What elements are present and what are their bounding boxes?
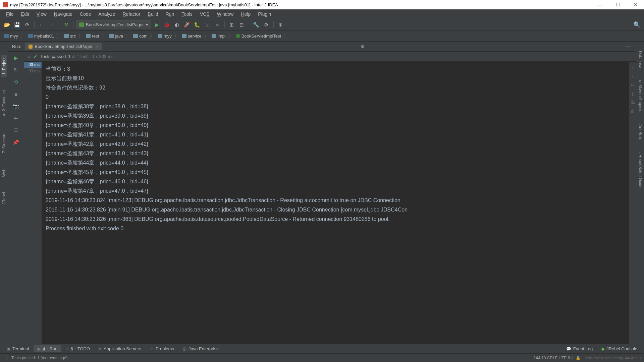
pin-icon[interactable]: 📌 <box>11 139 21 146</box>
tab-database[interactable]: Database <box>637 48 643 71</box>
breadcrumb-item[interactable]: BookServletImplTest <box>234 34 283 39</box>
tab-jrebel[interactable]: JRebel <box>1 189 7 207</box>
breadcrumb-item[interactable]: impl <box>210 34 227 39</box>
console-scroll-gutter: ↑ ↓ ↩ ⤓ 🖶 🗑 <box>629 62 636 344</box>
hide-icon[interactable]: — <box>624 44 632 49</box>
print-icon[interactable]: 🖶 <box>630 100 635 105</box>
breadcrumb-item[interactable]: test <box>85 34 100 39</box>
tab-java-enterprise[interactable]: ◫Java Enterprise <box>179 345 223 352</box>
toggle-auto-icon[interactable]: ⟲ <box>11 78 21 86</box>
run-label: Run: <box>12 44 21 49</box>
layout-icon[interactable]: ☰ <box>11 127 21 134</box>
close-tab-icon[interactable]: × <box>96 44 99 49</box>
console-line: 0 <box>46 93 625 102</box>
menu-refactor[interactable]: Refactor <box>119 11 144 17</box>
close-button[interactable]: ✕ <box>630 2 641 8</box>
warning-icon: ⚠ <box>150 347 154 351</box>
breadcrumb-item[interactable]: com <box>132 34 149 39</box>
menu-vcs[interactable]: VCS <box>197 11 213 17</box>
menu-build[interactable]: Build <box>144 11 161 17</box>
console-output[interactable]: 当前页：3显示当前数量10符合条件的总记录数：920{bname=圣墟第38章，… <box>42 62 629 344</box>
layout2-icon[interactable]: ⊟ <box>237 20 246 29</box>
minimize-button[interactable]: — <box>594 2 606 8</box>
rerun-failed-icon[interactable]: ↻ <box>11 66 21 74</box>
run-config-selector[interactable]: BookServletImplTest.listPager ▾ <box>76 20 151 29</box>
breadcrumb-item[interactable]: src <box>63 34 77 39</box>
menu-edit[interactable]: Edit <box>18 11 33 17</box>
stop-btn-icon[interactable]: ■ <box>11 90 21 98</box>
exit-icon[interactable]: ⇤ <box>11 115 21 122</box>
tab-event-log[interactable]: 💬Event Log <box>562 345 597 352</box>
debug-icon[interactable]: 🐞 <box>163 20 171 29</box>
menu-analyze[interactable]: Analyze <box>95 11 119 17</box>
run-icon[interactable]: ▶ <box>153 20 161 29</box>
menu-plugin[interactable]: Plugin <box>255 11 274 17</box>
gear-icon[interactable]: ⚙ <box>359 44 367 49</box>
left-tool-strip: 1: Project ★ 2: Favorites 7: Structure W… <box>0 42 8 344</box>
tab-terminal[interactable]: ▣Terminal <box>3 345 33 352</box>
open-icon[interactable]: 📂 <box>3 20 11 29</box>
run-side-toolbar: ▶ ↻ ⟲ ■ 📷 ⇤ ☰ 📌 <box>8 52 24 344</box>
menu-code[interactable]: Code <box>76 11 94 17</box>
console-line: Process finished with exit code 0 <box>46 224 625 233</box>
tab-run[interactable]: ▶4: Run <box>34 345 61 352</box>
rerun-icon[interactable]: ▶ <box>11 54 21 62</box>
folder-icon <box>86 34 91 38</box>
menu-file[interactable]: File <box>3 11 17 17</box>
menu-tools[interactable]: Tools <box>178 11 196 17</box>
breadcrumb-item[interactable]: myy <box>156 34 173 39</box>
wrench-icon[interactable]: 🔧 <box>252 20 261 29</box>
status-icon[interactable] <box>3 356 7 360</box>
tab-app-servers[interactable]: ⧉Application Servers <box>95 345 145 352</box>
menu-help[interactable]: Help <box>237 11 254 17</box>
tab-ant[interactable]: Ant Build <box>637 122 643 143</box>
scroll-up-icon[interactable]: ↑ <box>632 65 634 70</box>
scroll-to-end-icon[interactable]: ⤓ <box>631 91 635 97</box>
expand-icon[interactable]: » <box>28 54 31 59</box>
breadcrumb-item[interactable]: java <box>108 34 124 39</box>
coverage-icon[interactable]: ◐ <box>173 20 181 29</box>
menu-navigate[interactable]: Navigate <box>51 11 76 17</box>
tab-favorites[interactable]: ★ 2: Favorites <box>1 87 7 120</box>
scroll-down-icon[interactable]: ↓ <box>632 74 634 79</box>
clear-icon[interactable]: 🗑 <box>630 109 635 114</box>
menu-window[interactable]: Window <box>214 11 237 17</box>
save-icon[interactable]: 💾 <box>13 20 21 29</box>
tab-todo[interactable]: ≡6: TODO <box>62 345 94 352</box>
build-icon[interactable]: ⚒ <box>62 20 70 29</box>
tab-jrebel-setup[interactable]: JRebel Setup Guide <box>637 150 643 191</box>
back-icon[interactable]: ← <box>37 20 46 29</box>
update-icon[interactable]: ⊕ <box>276 20 285 29</box>
search-icon[interactable]: 🔍 <box>633 20 641 29</box>
status-bar: Tests passed: 1 (moments ago) 144:10 CRL… <box>0 353 644 362</box>
forward-icon[interactable]: → <box>47 20 56 29</box>
server-icon: ⧉ <box>99 347 102 351</box>
maximize-button[interactable]: ☐ <box>612 2 624 8</box>
tab-structure[interactable]: 7: Structure <box>1 130 7 156</box>
tab-web[interactable]: Web <box>1 166 7 179</box>
sync-icon[interactable]: ⟳ <box>23 20 32 29</box>
test-icon <box>29 45 33 49</box>
tab-problems[interactable]: ⚠Problems <box>146 345 178 352</box>
tab-maven[interactable]: m Maven Projects <box>637 77 643 115</box>
soft-wrap-icon[interactable]: ↩ <box>631 82 635 88</box>
main-toolbar: 📂 💾 ⟳ ← → ⚒ BookServletImplTest.listPage… <box>0 19 644 31</box>
stop-icon[interactable]: ■ <box>213 20 222 29</box>
breadcrumb-item[interactable]: myy <box>3 34 19 39</box>
menu-run[interactable]: Run <box>162 11 177 17</box>
class-icon <box>236 34 240 38</box>
settings-icon[interactable]: ⚙ <box>262 20 271 29</box>
jrebel-debug-icon[interactable]: 🐛 <box>193 20 202 29</box>
breadcrumb-item[interactable]: mybatis01 <box>27 34 55 39</box>
window-title: myy [D:\y2201972\ideaProjects\myy] - ...… <box>10 2 594 7</box>
console-line: {bname=圣墟第45章，price=45.0，bid=45} <box>46 168 625 177</box>
tab-project[interactable]: 1: Project <box>1 55 7 77</box>
dump-icon[interactable]: 📷 <box>11 103 21 110</box>
breadcrumb-item[interactable]: service <box>180 34 203 39</box>
attach-icon[interactable]: ⇲ <box>203 20 212 29</box>
jrebel-run-icon[interactable]: 🚀 <box>183 20 192 29</box>
layout-icon[interactable]: ⊞ <box>227 20 236 29</box>
run-tab[interactable]: BookServletImplTest.listPager × <box>25 43 102 50</box>
menu-view[interactable]: View <box>33 11 50 17</box>
tab-jrebel-console[interactable]: ◆JRebel Console <box>597 345 641 352</box>
